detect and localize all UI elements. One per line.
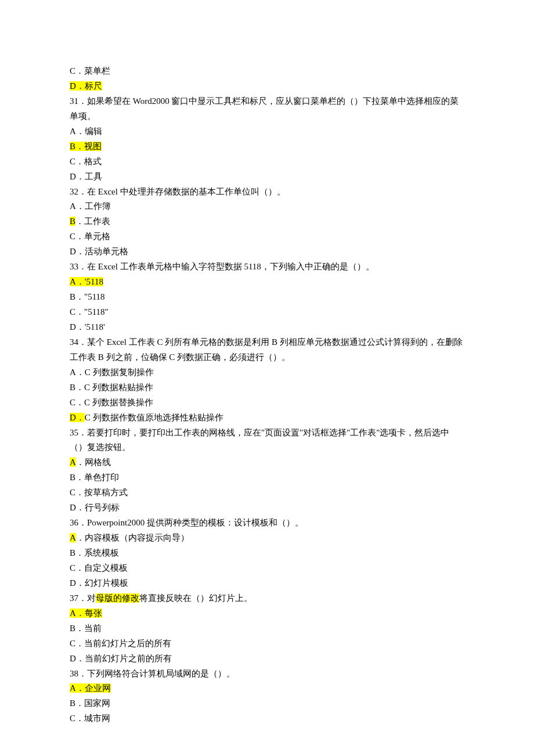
text-line: A．C 列数据复制操作 — [70, 365, 464, 380]
text-line: D．活动单元格 — [70, 244, 464, 260]
text-segment: 将直接反映在（）幻灯片上。 — [139, 593, 252, 603]
text-segment: C．按草稿方式 — [70, 488, 128, 497]
text-line: 35．若要打印时，要打印出工作表的网格线，应在"页面设置"对话框选择"工作表"选… — [70, 426, 464, 456]
text-segment: B．C 列数据粘贴操作 — [70, 383, 153, 392]
text-line: 31．如果希望在 Word2000 窗口中显示工具栏和标尺，应从窗口菜单栏的（）… — [70, 94, 464, 124]
text-segment: C．当前幻灯片之后的所有 — [70, 639, 171, 648]
text-segment: C 列数据作数值原地选择性粘贴操作 — [85, 413, 223, 422]
text-line: B．国家网 — [70, 696, 464, 711]
text-segment: 34．某个 Excel 工作表 C 列所有单元格的数据是利用 B 列相应单元格数… — [70, 337, 463, 362]
text-line: D．C 列数据作数值原地选择性粘贴操作 — [70, 411, 464, 426]
text-line: C．单元格 — [70, 229, 464, 244]
text-line: C．C 列数据替换操作 — [70, 395, 464, 411]
text-line: B．C 列数据粘贴操作 — [70, 380, 464, 395]
text-segment: 31．如果希望在 Word2000 窗口中显示工具栏和标尺，应从窗口菜单栏的（）… — [70, 96, 459, 121]
text-segment: C．菜单栏 — [70, 66, 110, 75]
text-segment: 35．若要打印时，要打印出工作表的网格线，应在"页面设置"对话框选择"工作表"选… — [70, 428, 450, 452]
text-segment: 33．在 Excel 工作表单元格中输入字符型数据 5118，下列输入中正确的是… — [70, 262, 374, 271]
text-segment: 38．下列网络符合计算机局域网的是（）。 — [70, 669, 235, 678]
text-segment: D．当前幻灯片之前的所有 — [70, 654, 172, 663]
text-line: C．菜单栏 — [70, 64, 464, 79]
text-line: 38．下列网络符合计算机局域网的是（）。 — [70, 667, 464, 682]
text-segment: D．活动单元格 — [70, 247, 128, 256]
text-line: D．标尺 — [70, 79, 464, 94]
text-segment: D．'5118' — [70, 322, 105, 332]
highlighted-text: A — [70, 533, 76, 542]
text-segment: ．网格线 — [76, 458, 111, 467]
text-line: A．工作簿 — [70, 199, 464, 214]
text-segment: B．国家网 — [70, 699, 110, 708]
text-line: C．自定义模板 — [70, 561, 464, 576]
text-line: A．编辑 — [70, 124, 464, 139]
text-segment: A．C 列数据复制操作 — [70, 368, 154, 377]
text-segment: A．编辑 — [70, 127, 102, 136]
text-line: A．企业网 — [70, 681, 464, 696]
highlighted-text: A．企业网 — [70, 683, 111, 693]
text-segment: ．内容模板（内容提示向导） — [76, 533, 189, 542]
highlighted-text: A．每张 — [70, 609, 102, 618]
text-line: B．单色打印 — [70, 470, 464, 485]
highlighted-text: D． — [70, 413, 85, 422]
text-segment: C．城市网 — [70, 714, 110, 723]
text-line: B．系统模板 — [70, 546, 464, 561]
text-segment: B．当前 — [70, 624, 102, 633]
highlighted-text: 母版的修改 — [96, 593, 139, 603]
text-line: A．'5118 — [70, 275, 464, 290]
text-line: D．幻灯片模板 — [70, 576, 464, 591]
text-line: D．'5118' — [70, 320, 464, 335]
text-line: C．按草稿方式 — [70, 485, 464, 501]
text-segment: B．系统模板 — [70, 548, 119, 557]
text-line: A．网格线 — [70, 455, 464, 470]
highlighted-text: B — [70, 217, 75, 226]
text-segment: 37．对 — [70, 593, 96, 603]
text-line: A．内容模板（内容提示向导） — [70, 531, 464, 546]
text-segment: C．单元格 — [70, 232, 110, 241]
text-line: D．行号列标 — [70, 501, 464, 516]
text-segment: 32．在 Excel 中处理并存储数据的基本工作单位叫（）。 — [70, 187, 286, 196]
text-line: 37．对母版的修改将直接反映在（）幻灯片上。 — [70, 591, 464, 606]
text-segment: 36．Powerpoint2000 提供两种类型的模板：设计模板和（）。 — [70, 518, 304, 527]
highlighted-text: B．视图 — [70, 142, 102, 151]
highlighted-text: D．标尺 — [70, 81, 102, 91]
text-line: 32．在 Excel 中处理并存储数据的基本工作单位叫（）。 — [70, 185, 464, 200]
text-segment: D．工具 — [70, 172, 102, 181]
text-line: B．"5118 — [70, 290, 464, 305]
text-line: C．当前幻灯片之后的所有 — [70, 636, 464, 651]
document-page: C．菜单栏D．标尺31．如果希望在 Word2000 窗口中显示工具栏和标尺，应… — [0, 0, 534, 756]
text-segment: C．"5118" — [70, 307, 109, 316]
text-line: 33．在 Excel 工作表单元格中输入字符型数据 5118，下列输入中正确的是… — [70, 260, 464, 275]
text-line: C．城市网 — [70, 711, 464, 726]
text-segment: C．格式 — [70, 157, 102, 166]
text-segment: A．工作簿 — [70, 201, 111, 211]
highlighted-text: A．'5118 — [70, 277, 103, 286]
text-line: A．每张 — [70, 606, 464, 621]
text-segment: C．自定义模板 — [70, 563, 128, 573]
text-line: B．视图 — [70, 139, 464, 154]
text-segment: D．幻灯片模板 — [70, 578, 128, 588]
text-segment: B．"5118 — [70, 292, 105, 301]
text-line: C．"5118" — [70, 305, 464, 320]
highlighted-text: A — [70, 458, 76, 467]
text-line: C．格式 — [70, 154, 464, 170]
text-line: 36．Powerpoint2000 提供两种类型的模板：设计模板和（）。 — [70, 516, 464, 531]
text-segment: D．行号列标 — [70, 503, 120, 512]
text-line: D．工具 — [70, 170, 464, 185]
text-segment: B．单色打印 — [70, 473, 119, 482]
text-line: D．当前幻灯片之前的所有 — [70, 651, 464, 667]
text-line: B．当前 — [70, 621, 464, 636]
text-line: B．工作表 — [70, 214, 464, 229]
text-line: 34．某个 Excel 工作表 C 列所有单元格的数据是利用 B 列相应单元格数… — [70, 335, 464, 365]
text-segment: C．C 列数据替换操作 — [70, 398, 153, 407]
text-segment: ．工作表 — [75, 217, 110, 226]
